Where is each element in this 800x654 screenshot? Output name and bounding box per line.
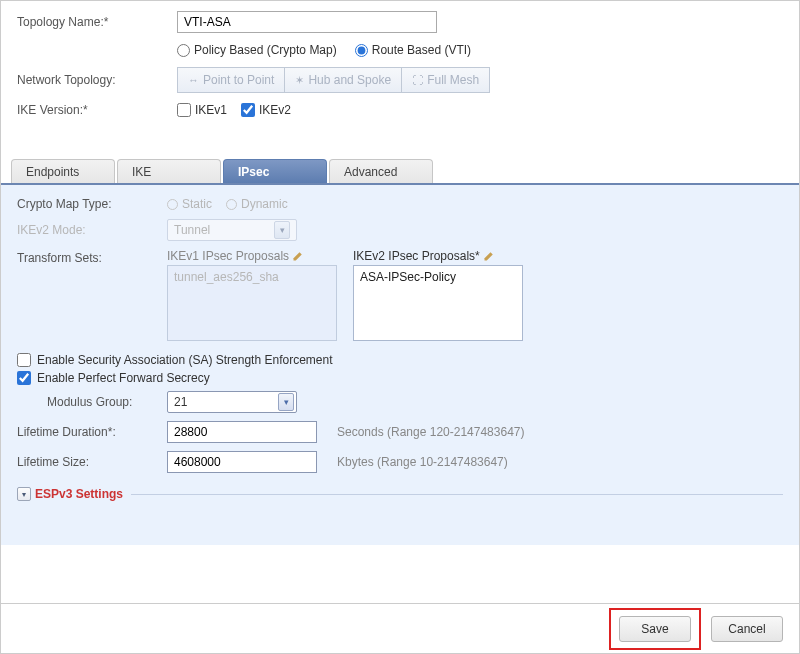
radio-policy-based-label: Policy Based (Crypto Map) [194, 43, 337, 57]
ipsec-panel: Crypto Map Type: Static Dynamic IKEv2 Mo… [1, 185, 799, 545]
label-topology-name: Topology Name:* [17, 15, 177, 29]
tab-bar: Endpoints IKE IPsec Advanced [1, 159, 799, 185]
ikev1-proposals-head: IKEv1 IPsec Proposals [167, 249, 337, 263]
combo-modulus-group[interactable]: 21 ▾ [167, 391, 297, 413]
radio-route-based-label: Route Based (VTI) [372, 43, 471, 57]
combo-modulus-group-value: 21 [174, 395, 187, 409]
mesh-icon: ⛶ [412, 74, 423, 86]
row-crypto-map-type: Crypto Map Type: Static Dynamic [17, 197, 783, 211]
row-modulus-group: Modulus Group: 21 ▾ [17, 391, 783, 413]
tab-endpoints[interactable]: Endpoints [11, 159, 115, 183]
radio-policy-based-input[interactable] [177, 44, 190, 57]
row-topology-name: Topology Name:* [17, 11, 783, 33]
topo-btn-ptp: ↔ Point to Point [177, 67, 285, 93]
tab-ipsec[interactable]: IPsec [223, 159, 327, 183]
chevron-down-icon: ▾ [274, 221, 290, 239]
label-lifetime-duration: Lifetime Duration*: [17, 425, 167, 439]
transform-sets-group: IKEv1 IPsec Proposals tunnel_aes256_sha … [167, 249, 523, 341]
input-lifetime-size[interactable] [167, 451, 317, 473]
label-crypto-map-type: Crypto Map Type: [17, 197, 167, 211]
row-lifetime-duration: Lifetime Duration*: Seconds (Range 120-2… [17, 421, 783, 443]
input-lifetime-duration[interactable] [167, 421, 317, 443]
ikev2-proposals-head: IKEv2 IPsec Proposals* [353, 249, 523, 263]
checkbox-ikev2[interactable]: IKEv2 [241, 103, 291, 117]
crypto-map-type-group: Static Dynamic [167, 197, 288, 211]
list-item: tunnel_aes256_sha [174, 270, 330, 284]
ikev2-proposals-label: IKEv2 IPsec Proposals* [353, 249, 480, 263]
ike-version-group: IKEv1 IKEv2 [177, 103, 291, 117]
row-policy-mode: Policy Based (Crypto Map) Route Based (V… [177, 43, 783, 57]
row-network-topology: Network Topology: ↔ Point to Point ✶ Hub… [17, 67, 783, 93]
espv3-section-header: ▾ ESPv3 Settings [17, 487, 783, 501]
ikev1-proposals-col: IKEv1 IPsec Proposals tunnel_aes256_sha [167, 249, 337, 341]
radio-static-label: Static [182, 197, 212, 211]
input-topology-name[interactable] [177, 11, 437, 33]
topo-btn-mesh-label: Full Mesh [427, 73, 479, 87]
topo-btn-ptp-label: Point to Point [203, 73, 274, 87]
espv3-title: ESPv3 Settings [35, 487, 123, 501]
checkbox-ikev1-input[interactable] [177, 103, 191, 117]
hint-lifetime-duration: Seconds (Range 120-2147483647) [337, 425, 524, 439]
ikev1-proposals-list: tunnel_aes256_sha [167, 265, 337, 341]
list-item[interactable]: ASA-IPSec-Policy [360, 270, 516, 284]
network-topology-group: ↔ Point to Point ✶ Hub and Spoke ⛶ Full … [177, 67, 490, 93]
checkbox-sa-strength[interactable] [17, 353, 31, 367]
save-button[interactable]: Save [619, 616, 691, 642]
label-lifetime-size: Lifetime Size: [17, 455, 167, 469]
header-area: Topology Name:* Policy Based (Crypto Map… [1, 1, 799, 135]
tab-advanced[interactable]: Advanced [329, 159, 433, 183]
row-pfs: Enable Perfect Forward Secrecy [17, 371, 783, 385]
radio-group-policy-mode: Policy Based (Crypto Map) Route Based (V… [177, 43, 471, 57]
radio-route-based-input[interactable] [355, 44, 368, 57]
label-transform-sets: Transform Sets: [17, 249, 167, 265]
hint-lifetime-size: Kbytes (Range 10-2147483647) [337, 455, 508, 469]
combo-ikev2-mode-value: Tunnel [174, 223, 210, 237]
chevron-down-icon[interactable]: ▾ [278, 393, 294, 411]
checkbox-ikev1-label: IKEv1 [195, 103, 227, 117]
label-sa-strength: Enable Security Association (SA) Strengt… [37, 353, 332, 367]
ikev2-proposals-list[interactable]: ASA-IPSec-Policy [353, 265, 523, 341]
radio-static-disabled: Static [167, 197, 212, 211]
cancel-button[interactable]: Cancel [711, 616, 783, 642]
footer: Save Cancel [1, 603, 799, 653]
radio-circle-icon [167, 199, 178, 210]
label-network-topology: Network Topology: [17, 73, 177, 87]
checkbox-ikev2-input[interactable] [241, 103, 255, 117]
checkbox-ikev1[interactable]: IKEv1 [177, 103, 227, 117]
edit-icon[interactable] [482, 249, 496, 263]
row-ike-version: IKE Version:* IKEv1 IKEv2 [17, 103, 783, 117]
radio-route-based[interactable]: Route Based (VTI) [355, 43, 471, 57]
save-button-highlight: Save [609, 608, 701, 650]
label-pfs: Enable Perfect Forward Secrecy [37, 371, 210, 385]
combo-ikev2-mode-disabled: Tunnel ▾ [167, 219, 297, 241]
radio-circle-icon [226, 199, 237, 210]
row-ikev2-mode: IKEv2 Mode: Tunnel ▾ [17, 219, 783, 241]
topo-btn-hub-label: Hub and Spoke [308, 73, 391, 87]
edit-icon[interactable] [291, 249, 305, 263]
label-ike-version: IKE Version:* [17, 103, 177, 117]
ikev1-proposals-label: IKEv1 IPsec Proposals [167, 249, 289, 263]
ptp-icon: ↔ [188, 74, 199, 86]
dialog-container: Topology Name:* Policy Based (Crypto Map… [0, 0, 800, 654]
label-modulus-group: Modulus Group: [47, 395, 167, 409]
label-ikev2-mode: IKEv2 Mode: [17, 223, 167, 237]
row-sa-strength: Enable Security Association (SA) Strengt… [17, 353, 783, 367]
ikev2-proposals-col: IKEv2 IPsec Proposals* ASA-IPSec-Policy [353, 249, 523, 341]
checkbox-ikev2-label: IKEv2 [259, 103, 291, 117]
radio-dynamic-label: Dynamic [241, 197, 288, 211]
checkbox-pfs[interactable] [17, 371, 31, 385]
radio-policy-based[interactable]: Policy Based (Crypto Map) [177, 43, 337, 57]
row-lifetime-size: Lifetime Size: Kbytes (Range 10-21474836… [17, 451, 783, 473]
topo-btn-hub: ✶ Hub and Spoke [285, 67, 402, 93]
radio-dynamic-disabled: Dynamic [226, 197, 288, 211]
row-transform-sets: Transform Sets: IKEv1 IPsec Proposals tu… [17, 249, 783, 341]
collapse-toggle-icon[interactable]: ▾ [17, 487, 31, 501]
hub-icon: ✶ [295, 74, 304, 87]
topo-btn-mesh: ⛶ Full Mesh [402, 67, 490, 93]
section-divider [131, 494, 783, 495]
tab-ike[interactable]: IKE [117, 159, 221, 183]
